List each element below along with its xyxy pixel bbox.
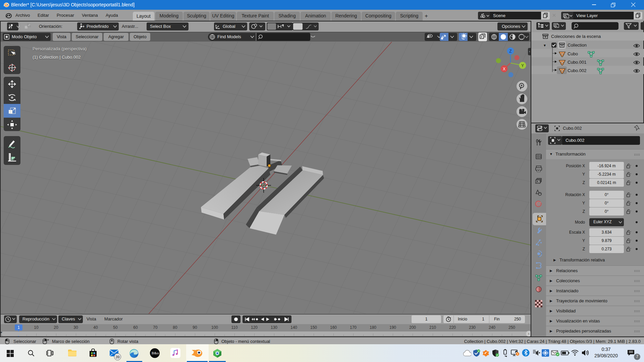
svg-text:X: X [503, 67, 505, 71]
svg-text:Z: Z [509, 49, 512, 54]
svg-text:Y: Y [521, 63, 524, 68]
